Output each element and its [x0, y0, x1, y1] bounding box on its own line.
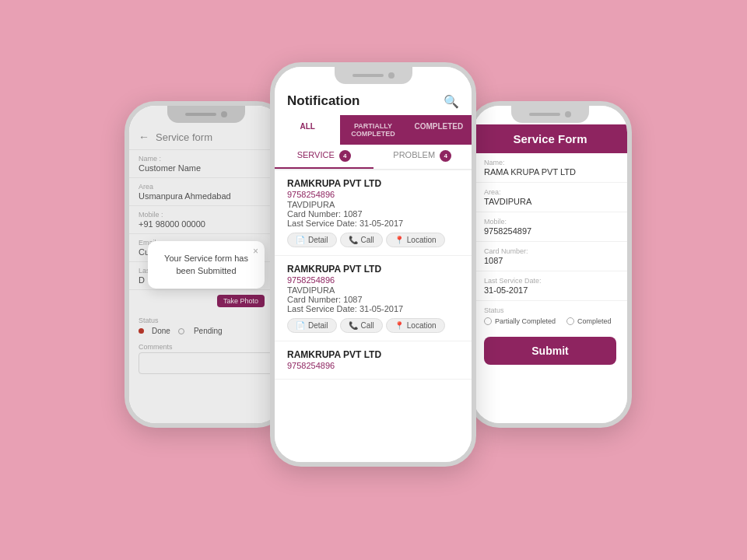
location-icon-2: 📍: [395, 321, 404, 330]
notif-cardnum-2: Card Number: 1087: [287, 295, 459, 304]
detail-icon-2: 📄: [296, 321, 305, 330]
right-status: Status Partially Completed Completed: [473, 301, 627, 331]
notif-actions-2: 📄Detail 📞Call 📍Location: [287, 318, 459, 333]
right-name-value: RAMA KRUPA PVT LTD: [484, 167, 616, 177]
location-button-2[interactable]: 📍Location: [386, 318, 445, 333]
notif-phone-2[interactable]: 9758254896: [287, 275, 459, 285]
location-button-1[interactable]: 📍Location: [386, 233, 445, 247]
right-field-name: Name: RAMA KRUPA PVT LTD: [473, 153, 627, 183]
notif-phone-3[interactable]: 9758254896: [287, 361, 459, 370]
left-phone: ← Service form Name : Customer Name Area…: [124, 101, 288, 428]
mid-notch-line: [352, 74, 384, 77]
detail-icon: 📄: [296, 236, 305, 244]
popup-message: Your Service form has been Submitted: [160, 252, 252, 278]
right-mobile-label: Mobile:: [484, 218, 616, 226]
mid-header: Notification 🔍: [275, 87, 472, 115]
right-area-value: TAVDIPURA: [484, 197, 616, 206]
notif-phone-1[interactable]: 9758254896: [287, 190, 459, 199]
right-status-options: Partially Completed Completed: [484, 317, 616, 325]
sub-tab-service[interactable]: SERVICE 4: [275, 145, 374, 169]
notification-list: RAMKRUPA PVT LTD 9758254896 TAVDIPURA Ca…: [275, 170, 472, 462]
notif-date-1: Last Service Date: 31-05-2017: [287, 219, 459, 228]
right-field-cardnum: Card Number: 1087: [473, 242, 627, 271]
tab-completed[interactable]: COMPLETED: [406, 115, 472, 145]
mid-notch-dot: [388, 72, 395, 79]
service-badge: 4: [339, 150, 351, 162]
sub-tab-problem[interactable]: PROBLEM 4: [374, 145, 472, 169]
right-header: Service Form: [473, 124, 627, 153]
popup-overlay: × Your Service form has been Submitted: [129, 106, 283, 423]
call-icon-2: 📞: [349, 321, 358, 330]
mid-screen: Notification 🔍 ALL PARTIALLY COMPLETED C…: [275, 67, 472, 462]
call-button-2[interactable]: 📞Call: [340, 318, 383, 333]
partially-completed-radio[interactable]: [484, 317, 492, 325]
notif-card-3: RAMKRUPA PVT LTD 9758254896: [275, 341, 472, 380]
popup-close-button[interactable]: ×: [253, 246, 258, 257]
call-icon: 📞: [349, 236, 358, 244]
completed-label: Completed: [577, 317, 612, 325]
location-icon: 📍: [395, 236, 404, 244]
right-mobile-value: 9758254897: [484, 226, 616, 236]
right-title: Service Form: [482, 132, 618, 145]
notif-area-1: TAVDIPURA: [287, 200, 459, 209]
mid-title: Notification: [287, 93, 360, 109]
right-date-label: Last Service Date:: [484, 277, 616, 285]
left-screen: ← Service form Name : Customer Name Area…: [129, 106, 283, 423]
notif-company-2: RAMKRUPA PVT LTD: [287, 264, 459, 275]
completed-option[interactable]: Completed: [566, 317, 612, 325]
notif-date-2: Last Service Date: 31-05-2017: [287, 304, 459, 313]
right-notch-dot: [565, 111, 571, 117]
right-field-date: Last Service Date: 31-05-2017: [473, 271, 627, 301]
tab-partially-completed[interactable]: PARTIALLY COMPLETED: [340, 115, 405, 145]
sub-tabs: SERVICE 4 PROBLEM 4: [275, 145, 472, 170]
search-icon[interactable]: 🔍: [444, 94, 459, 109]
submit-button[interactable]: Submit: [484, 337, 616, 365]
notif-actions-1: 📄Detail 📞Call 📍Location: [287, 233, 459, 247]
phones-container: ← Service form Name : Customer Name Area…: [0, 0, 747, 560]
sub-tab-service-label: SERVICE: [297, 150, 335, 159]
detail-button-2[interactable]: 📄Detail: [287, 318, 337, 333]
notif-cardnum-1: Card Number: 1087: [287, 209, 459, 219]
right-status-label: Status: [484, 306, 616, 314]
right-screen: Service Form Name: RAMA KRUPA PVT LTD Ar…: [473, 106, 627, 423]
notif-area-2: TAVDIPURA: [287, 285, 459, 295]
right-area-label: Area:: [484, 188, 616, 196]
right-cardnum-value: 1087: [484, 256, 616, 265]
mid-notch: [335, 67, 412, 84]
notif-company-1: RAMKRUPA PVT LTD: [287, 178, 459, 189]
tab-all[interactable]: ALL: [275, 115, 340, 145]
partially-completed-label: Partially Completed: [495, 317, 556, 325]
right-field-mobile: Mobile: 9758254897: [473, 212, 627, 242]
problem-badge: 4: [440, 150, 451, 162]
detail-button-1[interactable]: 📄Detail: [287, 233, 337, 247]
right-cardnum-label: Card Number:: [484, 247, 616, 255]
notif-company-3: RAMKRUPA PVT LTD: [287, 349, 459, 360]
right-notch: [511, 106, 589, 123]
sub-tab-problem-label: PROBLEM: [393, 150, 435, 159]
partially-completed-option[interactable]: Partially Completed: [484, 317, 556, 325]
popup-box: × Your Service form has been Submitted: [148, 241, 265, 289]
right-name-label: Name:: [484, 159, 616, 166]
right-field-area: Area: TAVDIPURA: [473, 183, 627, 212]
right-phone: Service Form Name: RAMA KRUPA PVT LTD Ar…: [468, 101, 632, 428]
tabs-row: ALL PARTIALLY COMPLETED COMPLETED: [275, 115, 472, 145]
notif-card-2: RAMKRUPA PVT LTD 9758254896 TAVDIPURA Ca…: [275, 256, 472, 341]
mid-phone: Notification 🔍 ALL PARTIALLY COMPLETED C…: [270, 62, 476, 467]
notif-card-1: RAMKRUPA PVT LTD 9758254896 TAVDIPURA Ca…: [275, 170, 472, 256]
right-date-value: 31-05-2017: [484, 285, 616, 295]
completed-radio[interactable]: [566, 317, 574, 325]
right-notch-line: [529, 113, 560, 116]
call-button-1[interactable]: 📞Call: [340, 233, 383, 247]
